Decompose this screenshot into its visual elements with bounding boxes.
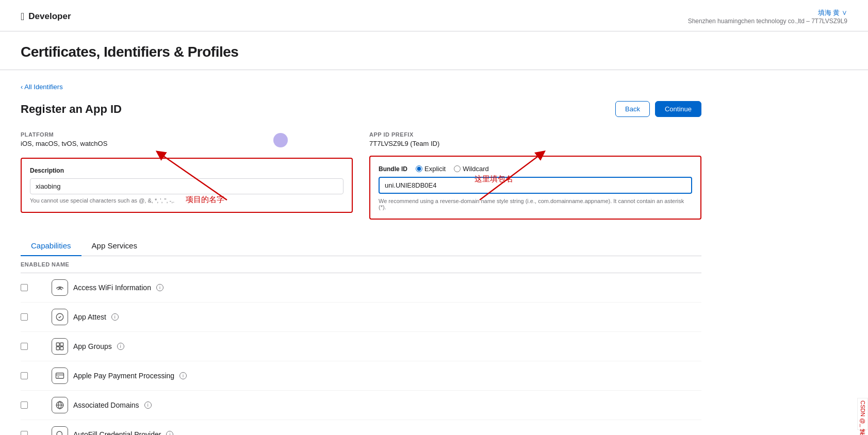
attest-info-icon[interactable]: i [111, 313, 119, 321]
groups-icon [52, 338, 68, 355]
description-input[interactable] [30, 178, 343, 194]
left-column: Platform iOS, macOS, tvOS, watchOS Descr… [21, 131, 353, 220]
app-id-prefix-section: App ID Prefix 7T7LVSZ9L9 (Team ID) [369, 131, 701, 147]
table-header: ENABLED NAME [21, 256, 701, 273]
capability-autofill: AutoFill Credential Provider i [52, 426, 701, 435]
checkbox-groups[interactable] [21, 343, 28, 350]
wildcard-radio-label[interactable]: Wildcard [454, 165, 489, 173]
pay-info-icon[interactable]: i [179, 372, 187, 379]
tab-app-services[interactable]: App Services [81, 236, 148, 256]
app-id-prefix-value: 7T7LVSZ9L9 (Team ID) [369, 140, 701, 147]
table-row: AutoFill Credential Provider i [21, 420, 701, 435]
domains-info-icon[interactable]: i [144, 401, 152, 409]
bundle-id-input[interactable] [379, 177, 692, 194]
row-checkbox-attest[interactable] [21, 313, 52, 321]
content-area: All Identifiers Register an App ID Back … [0, 70, 722, 435]
row-checkbox-pay[interactable] [21, 372, 52, 379]
attest-icon [52, 309, 68, 325]
groups-info-icon[interactable]: i [117, 343, 124, 350]
row-checkbox-groups[interactable] [21, 343, 52, 350]
tab-capabilities[interactable]: Capabilities [21, 236, 81, 256]
back-button[interactable]: Back [615, 101, 650, 117]
page-title-bar: Certificates, Identifiers & Profiles [0, 31, 868, 70]
autofill-icon [52, 426, 68, 435]
explicit-label-text: Explicit [424, 165, 446, 173]
pay-name: Apple Pay Payment Processing [73, 372, 174, 380]
description-box: Description You cannot use special chara… [21, 158, 353, 213]
platform-row: Platform iOS, macOS, tvOS, watchOS [21, 131, 353, 147]
table-row: App Attest i [21, 303, 701, 332]
capability-domains: Associated Domains i [52, 397, 701, 413]
capability-pay: Apple Pay Payment Processing i [52, 367, 701, 384]
continue-button[interactable]: Continue [655, 101, 701, 117]
user-name-link[interactable]: 填海 黄 ∨ [818, 9, 847, 16]
section-header: Register an App ID Back Continue [21, 101, 701, 117]
section-title: Register an App ID [21, 103, 122, 116]
breadcrumb: All Identifiers [21, 82, 701, 91]
svg-rect-7 [60, 347, 63, 350]
explicit-radio-label[interactable]: Explicit [416, 165, 446, 173]
svg-point-10 [57, 431, 62, 435]
wifi-icon [52, 279, 68, 296]
apple-logo-icon:  [21, 11, 24, 23]
svg-rect-5 [60, 343, 63, 346]
logo:  Developer [21, 11, 71, 23]
pay-icon [52, 367, 68, 384]
checkbox-wifi[interactable] [21, 284, 28, 291]
description-label: Description [30, 167, 343, 174]
csdn-badge: CSDN @述_一牛 [857, 398, 868, 430]
description-hint: You cannot use special characters such a… [30, 197, 343, 204]
svg-rect-8 [56, 373, 64, 379]
header:  Developer 填海 黄 ∨ Shenzhen huamingchen … [0, 0, 868, 31]
table-row: Associated Domains i [21, 391, 701, 420]
bundle-id-radio-group: Explicit Wildcard [416, 165, 489, 173]
groups-name: App Groups [73, 342, 112, 350]
checkbox-autofill[interactable] [21, 431, 28, 435]
tabs-bar: Capabilities App Services [21, 236, 701, 256]
page-title: Certificates, Identifiers & Profiles [21, 44, 847, 60]
svg-rect-4 [56, 343, 59, 346]
header-user: 填海 黄 ∨ Shenzhen huamingchen technology c… [688, 8, 847, 25]
checkbox-domains[interactable] [21, 401, 28, 409]
autofill-name: AutoFill Credential Provider [73, 430, 161, 435]
checkbox-pay[interactable] [21, 372, 28, 379]
table-row: App Groups i [21, 332, 701, 361]
right-column: App ID Prefix 7T7LVSZ9L9 (Team ID) Bundl… [369, 131, 701, 220]
checkbox-attest[interactable] [21, 313, 28, 321]
bundle-id-box: Bundle ID Explicit Wildcard We recommend… [369, 156, 701, 220]
breadcrumb-link[interactable]: All Identifiers [21, 83, 63, 91]
capability-wifi: Access WiFi Information i [52, 279, 701, 296]
domains-name: Associated Domains [73, 401, 139, 409]
logo-text: Developer [28, 11, 71, 22]
domains-icon [52, 397, 68, 413]
table-row: Access WiFi Information i [21, 273, 701, 303]
bundle-id-label-text: Bundle ID [379, 165, 407, 173]
wildcard-label-text: Wildcard [463, 165, 489, 173]
row-checkbox-wifi[interactable] [21, 284, 52, 291]
wifi-name: Access WiFi Information [73, 283, 151, 292]
svg-rect-6 [56, 347, 59, 350]
table-row: Apple Pay Payment Processing i [21, 361, 701, 391]
button-group: Back Continue [615, 101, 701, 117]
bundle-id-label-row: Bundle ID Explicit Wildcard [379, 165, 692, 173]
attest-name: App Attest [73, 313, 106, 321]
platform-label: Platform [21, 131, 353, 138]
form-grid: Platform iOS, macOS, tvOS, watchOS Descr… [21, 131, 701, 220]
wildcard-radio[interactable] [454, 165, 461, 172]
org-name: Shenzhen huamingchen technology co.,ltd … [688, 18, 847, 25]
wifi-info-icon[interactable]: i [156, 284, 163, 291]
app-id-prefix-label: App ID Prefix [369, 131, 701, 138]
autofill-info-icon[interactable]: i [166, 431, 173, 435]
bundle-id-hint: We recommend using a reverse-domain name… [379, 198, 692, 210]
row-checkbox-domains[interactable] [21, 401, 52, 409]
row-checkbox-autofill[interactable] [21, 431, 52, 435]
col-name-header: NAME [52, 261, 701, 267]
capability-attest: App Attest i [52, 309, 701, 325]
capability-groups: App Groups i [52, 338, 701, 355]
explicit-radio[interactable] [416, 165, 422, 172]
platform-value: iOS, macOS, tvOS, watchOS [21, 140, 353, 147]
col-enabled-header: ENABLED [21, 261, 52, 267]
